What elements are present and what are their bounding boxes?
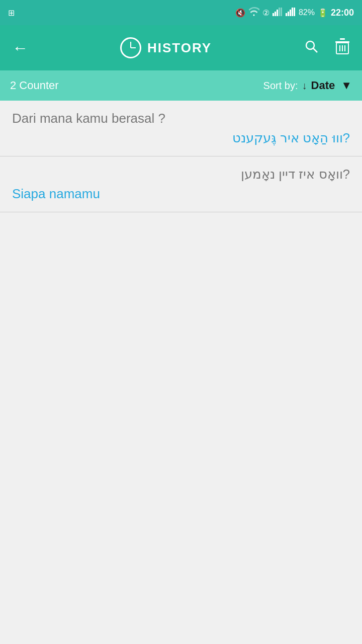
svg-rect-4 [281, 8, 282, 16]
sim-icon: ② [262, 8, 269, 18]
status-time: 22:00 [331, 8, 354, 18]
svg-rect-7 [290, 10, 291, 16]
counter-label: 2 Counter [10, 79, 263, 92]
svg-rect-9 [294, 8, 295, 16]
svg-rect-3 [279, 8, 280, 16]
item-2-original: וואָס איז דיין נאָמען? [12, 167, 350, 182]
list-item[interactable]: וואָס איז דיין נאָמען? Siapa namamu [0, 156, 362, 212]
svg-point-10 [306, 41, 314, 49]
battery-percent: 82% [299, 8, 315, 17]
sort-by-label: Sort by: [263, 80, 298, 92]
back-button[interactable]: ← [8, 35, 32, 61]
toolbar-title: HISTORY [147, 40, 212, 56]
signal-icon [273, 7, 283, 18]
svg-rect-1 [275, 12, 276, 16]
svg-rect-8 [292, 8, 293, 16]
battery-icon: 🔋 [318, 8, 328, 18]
mute-icon: 🔇 [235, 8, 245, 18]
list-item[interactable]: Dari mana kamu berasal ? וווּ הַאָט איר … [0, 101, 362, 156]
clock-icon [120, 37, 141, 58]
svg-line-11 [313, 48, 317, 52]
status-bar: ⊞ 🔇 ② [0, 0, 362, 25]
signal2-icon [286, 7, 296, 18]
status-bar-right: 🔇 ② [235, 7, 354, 18]
sort-direction-icon: ↓ [302, 80, 307, 92]
svg-rect-6 [288, 12, 289, 16]
image-icon: ⊞ [8, 8, 15, 18]
sort-field-label: Date [311, 79, 335, 92]
svg-rect-13 [340, 38, 345, 40]
delete-button[interactable] [331, 33, 354, 63]
toolbar-title-area: HISTORY [40, 37, 292, 58]
svg-rect-2 [277, 10, 278, 16]
status-bar-left: ⊞ [8, 8, 15, 18]
list-container: Dari mana kamu berasal ? וווּ הַאָט איר … [0, 101, 362, 644]
item-1-original: Dari mana kamu berasal ? [12, 111, 350, 126]
sort-bar: 2 Counter Sort by: ↓ Date ▼ [0, 70, 362, 101]
svg-rect-5 [286, 13, 287, 16]
svg-rect-0 [273, 13, 274, 16]
search-button[interactable] [300, 35, 323, 61]
item-1-translation: וווּ הַאָט איר גֶּעקענט? [12, 130, 350, 146]
item-2-translation: Siapa namamu [12, 186, 350, 202]
toolbar: ← HISTORY [0, 25, 362, 70]
dropdown-arrow-icon[interactable]: ▼ [341, 79, 352, 92]
wifi-icon [248, 7, 259, 18]
sort-controls[interactable]: Sort by: ↓ Date ▼ [263, 79, 352, 92]
